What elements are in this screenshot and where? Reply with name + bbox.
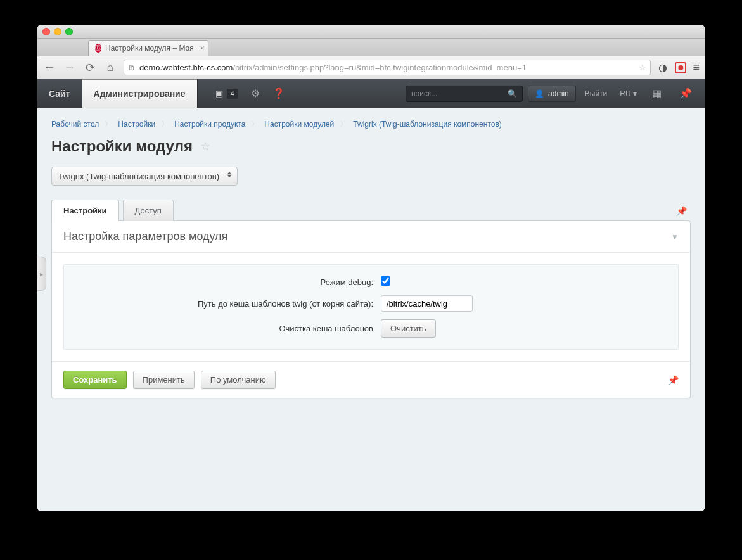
notifications-count: 4 xyxy=(227,89,238,99)
gear-icon: ⚙ xyxy=(251,87,260,99)
section-title: Настройка параметров модуля xyxy=(63,230,227,243)
browser-tab[interactable]: Ⓑ Настройки модуля – Моя × xyxy=(88,40,208,56)
user-menu-button[interactable]: 👤 admin xyxy=(528,86,576,102)
breadcrumb-item[interactable]: Рабочий стол xyxy=(51,120,99,129)
help-button[interactable]: ❓ xyxy=(266,79,291,108)
address-bar[interactable]: 🗎 demo.webtest.htc-cs.com/bitrix/admin/s… xyxy=(124,60,651,75)
search-icon[interactable]: 🔍 xyxy=(508,89,517,98)
breadcrumb-item[interactable]: Настройки xyxy=(118,120,155,129)
browser-toolbar: ← → ⟳ ⌂ 🗎 demo.webtest.htc-cs.com/bitrix… xyxy=(37,56,705,79)
form-row-debug: Режим debug: xyxy=(77,276,665,288)
settings-gear-button[interactable]: ⚙ xyxy=(245,79,266,108)
admin-header: Сайт Администрирование ▣ 4 ⚙ ❓ 🔍 xyxy=(37,79,705,108)
module-select-value: Twigrix (Twig-шаблонизация компонентов) xyxy=(58,172,219,181)
close-tab-icon[interactable]: × xyxy=(200,44,205,53)
page-title: Настройки модуля xyxy=(51,137,193,155)
form-footer: Сохранить Применить По умолчанию 📌 xyxy=(52,361,690,398)
user-icon: 👤 xyxy=(535,89,544,98)
tab-access-label: Доступ xyxy=(135,206,162,215)
breadcrumb-separator: 〉 xyxy=(252,120,258,129)
cache-path-input[interactable] xyxy=(381,295,473,312)
breadcrumb-item[interactable]: Настройки модулей xyxy=(264,120,334,129)
pin-icon: 📌 xyxy=(679,87,692,99)
back-button[interactable]: ← xyxy=(42,61,56,74)
pin-tabs-button[interactable]: 📌 xyxy=(676,206,691,221)
url-text: demo.webtest.htc-cs.com/bitrix/admin/set… xyxy=(139,63,635,72)
clear-cache-button[interactable]: Очистить xyxy=(381,319,436,338)
calculator-button[interactable]: ▦ xyxy=(646,87,668,99)
language-switcher[interactable]: RU ▾ xyxy=(616,89,641,98)
form-box: Режим debug: Путь до кеша шаблонов twig … xyxy=(63,264,679,350)
debug-checkbox[interactable] xyxy=(381,276,390,286)
form-row-clear-cache: Очистка кеша шаблонов Очистить xyxy=(77,319,665,338)
extension-icon[interactable]: ◑ xyxy=(657,62,668,73)
pin-footer-button[interactable]: 📌 xyxy=(668,375,679,385)
minimize-window-button[interactable] xyxy=(54,28,61,35)
tab-admin-label: Администрирование xyxy=(94,89,186,99)
chevron-down-icon: ▾ xyxy=(633,89,637,98)
browser-tabbar: Ⓑ Настройки модуля – Моя × xyxy=(37,39,705,56)
breadcrumb-separator: 〉 xyxy=(162,120,168,129)
pin-header-button[interactable]: 📌 xyxy=(673,87,698,99)
clear-cache-label: Очистка кеша шаблонов xyxy=(77,324,381,333)
save-button[interactable]: Сохранить xyxy=(63,371,127,389)
forward-button[interactable]: → xyxy=(63,61,77,74)
reload-button[interactable]: ⟳ xyxy=(83,61,97,75)
calculator-icon: ▦ xyxy=(652,87,662,99)
breadcrumb-item[interactable]: Настройки продукта xyxy=(174,120,245,129)
search-input[interactable] xyxy=(411,89,508,98)
search-box[interactable]: 🔍 xyxy=(406,86,523,102)
bookmark-star-icon[interactable]: ☆ xyxy=(639,63,646,72)
browser-menu-button[interactable]: ≡ xyxy=(693,61,700,74)
content-tabs: Настройки Доступ 📌 xyxy=(51,200,691,221)
notifications-button[interactable]: ▣ 4 xyxy=(209,79,245,108)
content-area: Рабочий стол 〉 Настройки 〉 Настройки про… xyxy=(37,108,705,410)
adblock-icon[interactable]: ⬢ xyxy=(675,62,686,73)
page-info-icon[interactable]: 🗎 xyxy=(128,63,136,72)
breadcrumb-separator: 〉 xyxy=(340,120,347,129)
logout-link[interactable]: Выйти xyxy=(581,89,611,98)
bitrix-favicon: Ⓑ xyxy=(95,44,101,53)
favorite-star-button[interactable]: ☆ xyxy=(200,139,210,153)
collapse-section-button[interactable]: ▼ xyxy=(671,232,679,241)
default-button[interactable]: По умолчанию xyxy=(201,371,276,389)
tab-site[interactable]: Сайт xyxy=(37,79,82,108)
tab-access[interactable]: Доступ xyxy=(123,200,174,221)
tab-title: Настройки модуля – Моя xyxy=(105,44,194,53)
apply-button[interactable]: Применить xyxy=(133,371,195,389)
form-row-cache-path: Путь до кеша шаблонов twig (от корня сай… xyxy=(77,295,665,312)
home-button[interactable]: ⌂ xyxy=(103,61,117,74)
user-label: admin xyxy=(548,89,569,98)
tab-administration[interactable]: Администрирование xyxy=(82,79,198,108)
zoom-window-button[interactable] xyxy=(65,28,73,35)
debug-label: Режим debug: xyxy=(77,277,381,287)
module-select[interactable]: Twigrix (Twig-шаблонизация компонентов) xyxy=(51,167,238,186)
sidebar-toggle-handle[interactable]: ▸ xyxy=(37,257,46,291)
notification-icon: ▣ xyxy=(215,89,223,98)
close-window-button[interactable] xyxy=(42,28,50,35)
tab-site-label: Сайт xyxy=(49,89,70,99)
settings-panel: Настройка параметров модуля ▼ Режим debu… xyxy=(51,220,691,398)
tab-settings[interactable]: Настройки xyxy=(51,200,119,221)
section-header: Настройка параметров модуля ▼ xyxy=(52,221,690,253)
tab-settings-label: Настройки xyxy=(63,206,107,215)
breadcrumb-item[interactable]: Twigrix (Twig-шаблонизация компонентов) xyxy=(353,120,502,129)
help-icon: ❓ xyxy=(272,87,285,99)
cache-path-label: Путь до кеша шаблонов twig (от корня сай… xyxy=(77,299,381,309)
titlebar xyxy=(37,25,705,39)
breadcrumb: Рабочий стол 〉 Настройки 〉 Настройки про… xyxy=(51,120,691,129)
breadcrumb-separator: 〉 xyxy=(105,120,112,129)
app-viewport: Сайт Администрирование ▣ 4 ⚙ ❓ 🔍 xyxy=(37,79,705,511)
browser-window: Ⓑ Настройки модуля – Моя × ← → ⟳ ⌂ 🗎 dem… xyxy=(37,25,705,511)
